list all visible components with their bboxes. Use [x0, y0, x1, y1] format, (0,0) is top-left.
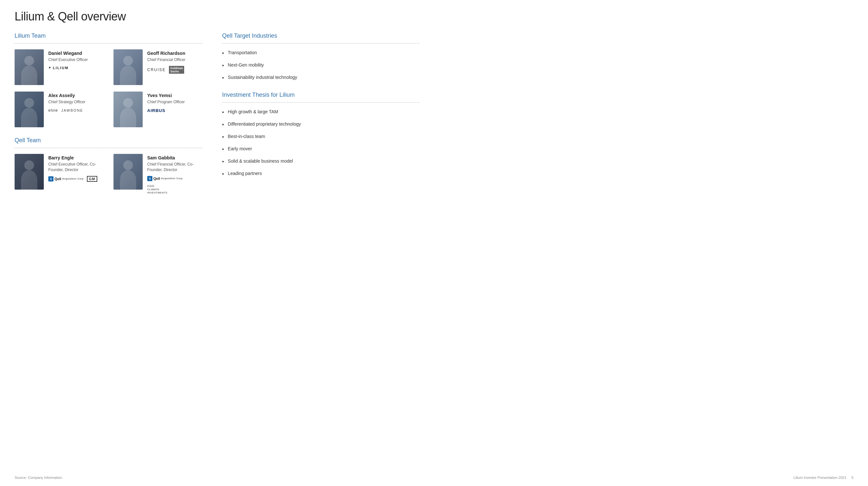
member-name-barry: Barry Engle [48, 155, 104, 161]
thesis-early-mover: Early mover [228, 145, 252, 152]
left-column: Lilium Team Daniel Wiegand Chief Executi… [14, 32, 203, 204]
list-item: Transportation [222, 49, 419, 57]
photo-sam [114, 154, 143, 190]
member-info-alex: Alex Asseily Chief Strategy Officer elvi… [48, 91, 86, 113]
member-name-geoff: Geoff Richardson [147, 51, 185, 56]
qell-team-grid: Barry Engle Chief Executive Officer, Co-… [14, 154, 203, 194]
member-logos-alex: elvie JAWBONE [48, 108, 86, 113]
list-item: Early mover [222, 145, 419, 153]
member-title-daniel: Chief Executive Officer [48, 57, 88, 63]
member-title-barry: Chief Executive Officer, Co-Founder, Dir… [48, 162, 104, 173]
industry-transportation: Transportation [228, 49, 257, 56]
qell-team-divider [14, 148, 203, 148]
thesis-best-in-class: Best-in-class team [228, 133, 265, 140]
member-name-yves: Yves Yemsi [147, 93, 185, 98]
member-name-alex: Alex Asseily [48, 93, 86, 98]
target-industries-list: Transportation Next-Gen mobility Sustain… [222, 49, 419, 82]
list-item: Sustainability industrial technology [222, 74, 419, 82]
photo-yves [114, 91, 143, 127]
team-member-daniel: Daniel Wiegand Chief Executive Officer L… [14, 49, 104, 85]
industry-sustainability: Sustainability industrial technology [228, 74, 297, 81]
investment-thesis-section: Investment Thesis for Lilium High growth… [222, 91, 419, 178]
photo-alex [14, 91, 44, 127]
investment-thesis-title: Investment Thesis for Lilium [222, 91, 419, 98]
member-name-sam: Sam Gabbita [147, 155, 203, 161]
thesis-differentiated: Differentiated proprietary technology [228, 121, 301, 127]
list-item: Leading partners [222, 170, 419, 178]
photo-geoff [114, 49, 143, 85]
industry-next-gen: Next-Gen mobility [228, 62, 264, 68]
member-info-barry: Barry Engle Chief Executive Officer, Co-… [48, 154, 104, 182]
lilium-team-title: Lilium Team [14, 32, 203, 39]
team-member-barry: Barry Engle Chief Executive Officer, Co-… [14, 154, 104, 194]
main-layout: Lilium Team Daniel Wiegand Chief Executi… [14, 32, 419, 204]
investment-thesis-list: High growth & large TAM Differentiated p… [222, 109, 419, 178]
logo-lilium: LILIUM [48, 66, 69, 70]
member-logos-sam: Q QellAcquisition Corp CGOCLIMATEINVESTM… [147, 176, 203, 194]
member-title-geoff: Chief Financial Officer [147, 57, 185, 63]
member-title-alex: Chief Strategy Officer [48, 99, 86, 105]
target-industries-divider [222, 43, 419, 44]
thesis-leading-partners: Leading partners [228, 170, 262, 177]
target-industries-section: Qell Target Industries Transportation Ne… [222, 32, 419, 82]
page-title: Lilium & Qell overview [14, 10, 419, 23]
logo-airbus: AIRBUS [147, 108, 165, 113]
photo-barry [14, 154, 44, 190]
list-item: Differentiated proprietary technology [222, 121, 419, 128]
team-member-yves: Yves Yemsi Chief Program Officer AIRBUS [114, 91, 203, 127]
photo-daniel [14, 49, 44, 85]
target-industries-title: Qell Target Industries [222, 32, 419, 39]
logo-qell-barry: Q QellAcquisition Corp [48, 176, 84, 181]
member-title-yves: Chief Program Officer [147, 99, 185, 105]
logo-elvie: elvie [48, 108, 58, 113]
list-item: Next-Gen mobility [222, 62, 419, 69]
lilium-team-grid: Daniel Wiegand Chief Executive Officer L… [14, 49, 203, 127]
member-info-geoff: Geoff Richardson Chief Financial Officer… [147, 49, 185, 74]
right-column: Qell Target Industries Transportation Ne… [216, 32, 419, 204]
member-logos-daniel: LILIUM [48, 66, 88, 70]
logo-goldman-sachs: GoldmanSachs [169, 66, 184, 74]
member-info-yves: Yves Yemsi Chief Program Officer AIRBUS [147, 91, 185, 113]
qell-icon-sam: Q [147, 176, 152, 181]
investment-thesis-divider [222, 102, 419, 103]
list-item: High growth & large TAM [222, 109, 419, 116]
team-member-sam: Sam Gabbita Chief Financial Officer, Co-… [114, 154, 203, 194]
logo-gm: GM [87, 176, 97, 182]
lilium-team-divider [14, 43, 203, 44]
member-logos-yves: AIRBUS [147, 108, 185, 113]
logo-cruise: cruise [147, 67, 166, 72]
logo-climate-investments: CGOCLIMATEINVESTMENTS [147, 184, 167, 194]
qell-team-section: Qell Team Barry Engle Chief Executive Of… [14, 137, 203, 194]
list-item: Solid & scalable business model [222, 158, 419, 166]
team-member-alex: Alex Asseily Chief Strategy Officer elvi… [14, 91, 104, 127]
team-member-geoff: Geoff Richardson Chief Financial Officer… [114, 49, 203, 85]
member-title-sam: Chief Financial Officer, Co-Founder, Dir… [147, 162, 203, 173]
member-info-daniel: Daniel Wiegand Chief Executive Officer L… [48, 49, 88, 70]
list-item: Best-in-class team [222, 133, 419, 141]
qell-icon: Q [48, 176, 54, 181]
thesis-high-growth: High growth & large TAM [228, 109, 278, 115]
member-logos-geoff: cruise GoldmanSachs [147, 66, 185, 74]
member-info-sam: Sam Gabbita Chief Financial Officer, Co-… [147, 154, 203, 194]
qell-team-title: Qell Team [14, 137, 203, 144]
logo-qell-sam: Q QellAcquisition Corp [147, 176, 183, 181]
thesis-solid-scalable: Solid & scalable business model [228, 158, 293, 165]
logo-jawbone: JAWBONE [61, 109, 83, 112]
member-logos-barry: Q QellAcquisition Corp GM [48, 176, 104, 182]
member-name-daniel: Daniel Wiegand [48, 51, 88, 56]
lilium-team-section: Lilium Team Daniel Wiegand Chief Executi… [14, 32, 203, 127]
